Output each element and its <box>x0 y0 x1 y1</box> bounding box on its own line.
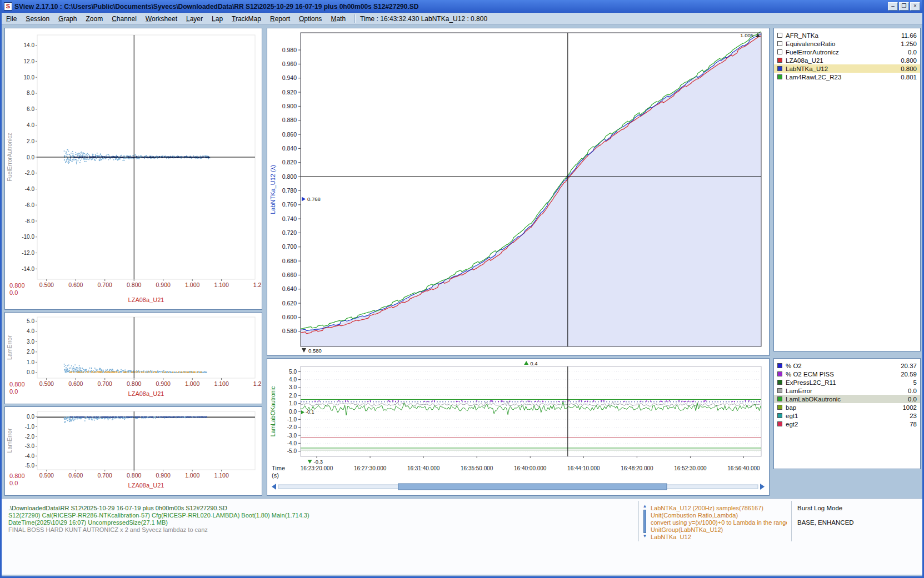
timeline-scrollbar-thumb[interactable] <box>398 484 667 490</box>
lambda-main-chart-panel: 0.9800.9600.9400.9200.9000.8800.8600.840… <box>267 28 770 356</box>
legend-row-egt2[interactable]: egt278 <box>774 420 920 428</box>
menu-lap[interactable]: Lap <box>207 13 227 24</box>
channel-value: 0.800 <box>901 66 917 72</box>
svg-text:0.700: 0.700 <box>98 282 112 288</box>
legend-row-bap[interactable]: bap1002 <box>774 403 920 411</box>
menu-zoom[interactable]: Zoom <box>81 13 107 24</box>
svg-text:0.700: 0.700 <box>282 243 297 250</box>
svg-text:-0.3: -0.3 <box>314 459 323 465</box>
menu-file[interactable]: File <box>2 13 21 24</box>
svg-text:0.900: 0.900 <box>156 380 171 387</box>
svg-text:0.660: 0.660 <box>282 272 297 278</box>
maximize-button[interactable]: ❐ <box>899 2 909 11</box>
svg-text:1.2: 1.2 <box>253 380 262 387</box>
title-bar[interactable]: S SView 2.17.10 : C:\Users\Public\Docume… <box>2 0 922 13</box>
svg-text:1.100: 1.100 <box>214 380 229 387</box>
channel-legend-lower: % O220.37% O2 ECM PISS20.59ExPressL2C_R1… <box>773 358 921 469</box>
svg-text:1.0: 1.0 <box>27 359 34 365</box>
scroll-up-icon[interactable]: ▲ <box>643 504 647 509</box>
svg-text:-4.0: -4.0 <box>25 453 35 459</box>
lam-error-upper-scatter-plot[interactable]: 5.04.03.02.01.00.00.5000.6000.7000.8000.… <box>5 313 262 404</box>
lam-error-upper-scatter-panel: 5.04.03.02.01.00.00.5000.6000.7000.8000.… <box>4 312 262 404</box>
channel-value: 20.59 <box>901 371 917 378</box>
svg-text:2.0: 2.0 <box>289 393 297 399</box>
svg-text:0.0: 0.0 <box>27 154 34 160</box>
timeline-scroll-left-icon[interactable] <box>272 484 276 490</box>
svg-text:0.0: 0.0 <box>9 388 18 395</box>
legend-row-lza08a_u21[interactable]: LZA08a_U210.800 <box>774 56 920 64</box>
svg-text:0.980: 0.980 <box>282 47 297 53</box>
menu-math[interactable]: Math <box>326 13 350 24</box>
svg-text:0.900: 0.900 <box>156 282 171 288</box>
legend-row--o2-ecm-piss[interactable]: % O2 ECM PISS20.59 <box>774 370 920 378</box>
svg-text:0.760: 0.760 <box>282 201 297 208</box>
lam-error-lower-scatter-plot[interactable]: 0.0-1.0-2.0-3.0-4.0-5.00.5000.6000.7000.… <box>5 407 262 495</box>
scroll-down-icon[interactable]: ▼ <box>643 534 647 539</box>
channel-name: AFR_NTKa <box>786 32 818 39</box>
scroll-thumb[interactable] <box>643 510 646 533</box>
menu-worksheet[interactable]: Worksheet <box>141 13 182 24</box>
svg-text:1.100: 1.100 <box>214 282 229 288</box>
file-info-line: DateTime(2025\10\29 16:07) UncompressedS… <box>8 519 309 526</box>
svg-text:LZA08a_U21: LZA08a_U21 <box>128 390 164 397</box>
channel-value: 23 <box>910 413 917 419</box>
menu-report[interactable]: Report <box>266 13 294 24</box>
svg-text:16:48:20.000: 16:48:20.000 <box>621 465 653 471</box>
legend-row-egt1[interactable]: egt123 <box>774 411 920 420</box>
minimize-button[interactable]: – <box>888 2 898 11</box>
channel-value: 1.250 <box>901 41 917 47</box>
menu-graph[interactable]: Graph <box>54 13 81 24</box>
channel-color-swatch <box>777 58 782 63</box>
legend-row-equivalenceratio[interactable]: EquivalenceRatio1.250 <box>774 39 920 48</box>
svg-text:-1.0: -1.0 <box>25 424 35 430</box>
svg-text:-3.0: -3.0 <box>287 433 297 439</box>
legend-row--o2[interactable]: % O220.37 <box>774 361 920 370</box>
menu-options[interactable]: Options <box>294 13 326 24</box>
svg-text:-6.0: -6.0 <box>25 202 35 208</box>
svg-text:0.500: 0.500 <box>39 282 54 288</box>
channel-color-swatch <box>777 74 782 79</box>
svg-text:0.900: 0.900 <box>282 103 297 109</box>
svg-text:LabNTKa_U12 (λ): LabNTKa_U12 (λ) <box>269 165 276 214</box>
svg-text:0.580: 0.580 <box>308 348 322 354</box>
channel-color-swatch <box>777 405 782 410</box>
lambda-main-chart[interactable]: 0.9800.9600.9400.9200.9000.8800.8600.840… <box>267 28 769 355</box>
close-button[interactable]: × <box>910 2 920 11</box>
channel-name: egt1 <box>786 413 798 419</box>
svg-text:Time: Time <box>272 465 285 471</box>
legend-row-lam4rawl2c_r23[interactable]: Lam4RawL2C_R230.801 <box>774 73 920 81</box>
legend-row-lamerror[interactable]: LamError0.0 <box>774 386 920 395</box>
svg-text:0.920: 0.920 <box>282 89 297 96</box>
legend-row-afr_ntka[interactable]: AFR_NTKa11.66 <box>774 31 920 39</box>
svg-text:0.0: 0.0 <box>27 369 34 375</box>
menu-session[interactable]: Session <box>21 13 54 24</box>
log-mode-title: Burst Log Mode <box>797 505 854 512</box>
svg-text:-2.0: -2.0 <box>25 434 35 440</box>
legend-row-expressl2c_r11[interactable]: ExPressL2C_R115 <box>774 378 920 386</box>
channel-name: ExPressL2C_R11 <box>786 379 836 386</box>
window-title: SView 2.17.10 : C:\Users\Public\Document… <box>14 3 886 11</box>
time-series-chart[interactable]: 5.04.03.02.01.00.0-1.0-2.0-3.0-4.0-5.016… <box>267 359 769 495</box>
channel-info-scrollbar[interactable]: ▲ ▼ <box>642 504 648 539</box>
legend-row-lamlabokautronic[interactable]: LamLabOKautronic0.0 <box>774 395 920 403</box>
svg-text:LamLabOKautronic: LamLabOKautronic <box>269 386 276 436</box>
svg-text:0.800: 0.800 <box>9 381 25 388</box>
channel-name: EquivalenceRatio <box>786 41 836 47</box>
fuel-error-scatter-plot[interactable]: 14.012.010.08.06.04.02.00.0-2.0-4.0-6.0-… <box>5 28 262 309</box>
legend-row-labntka_u12[interactable]: LabNTKa_U120.800 <box>774 64 920 73</box>
svg-text:-2.0: -2.0 <box>287 424 297 430</box>
timeline-scroll-right-icon[interactable] <box>760 484 765 490</box>
svg-text:16:35:50.000: 16:35:50.000 <box>461 465 493 471</box>
svg-text:1.0: 1.0 <box>289 400 297 406</box>
svg-text:-12.0: -12.0 <box>22 250 34 256</box>
menu-layer[interactable]: Layer <box>182 13 207 24</box>
channel-name: bap <box>786 404 796 411</box>
svg-text:10.0: 10.0 <box>24 74 35 81</box>
svg-text:0.960: 0.960 <box>282 61 297 67</box>
svg-text:0.940: 0.940 <box>282 74 297 81</box>
menu-channel[interactable]: Channel <box>107 13 141 24</box>
legend-row-fuelerrorautronicz[interactable]: FuelErrorAutronicz0.0 <box>774 48 920 56</box>
svg-text:0.800: 0.800 <box>9 282 25 289</box>
menu-trackmap[interactable]: TrackMap <box>227 13 266 24</box>
svg-text:4.0: 4.0 <box>27 328 34 334</box>
